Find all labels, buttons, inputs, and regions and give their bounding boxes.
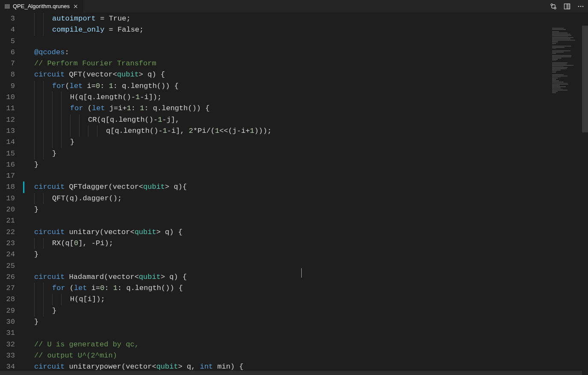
tab-bar: QPE_Algorithm.qrunes [0, 0, 588, 13]
svg-point-10 [578, 6, 579, 7]
line-number: 21 [0, 215, 15, 226]
line-number: 3 [0, 13, 15, 24]
line-number: 7 [0, 58, 15, 69]
code-line: CR(q[q.length()-1-j], [24, 114, 588, 126]
code-line: H(q[i]); [24, 294, 588, 305]
line-number: 16 [0, 159, 15, 170]
compare-changes-icon[interactable] [550, 3, 557, 10]
line-number: 17 [0, 170, 15, 182]
horizontal-scrollbar[interactable] [0, 371, 582, 375]
code-line: for (let j=i+1: 1: q.length()) { [24, 103, 588, 114]
code-line: } [24, 316, 588, 328]
code-line [24, 36, 588, 47]
code-line: } [24, 249, 588, 260]
code-line: } [24, 305, 588, 316]
svg-point-12 [582, 6, 584, 7]
line-number: 14 [0, 137, 15, 148]
vertical-scroll-thumb[interactable] [582, 26, 588, 132]
code-line: @qcodes: [24, 47, 588, 58]
line-number: 32 [0, 339, 15, 350]
line-number: 6 [0, 47, 15, 58]
svg-point-6 [554, 7, 556, 9]
line-number: 24 [0, 249, 15, 260]
line-number: 25 [0, 261, 15, 272]
line-number-gutter: 3456789101112131415161718192021222324252… [0, 13, 24, 375]
code-content[interactable]: autoimport = True;compile_only = False;@… [24, 13, 588, 375]
code-line: } [24, 204, 588, 215]
svg-rect-2 [5, 7, 10, 8]
editor-tab[interactable]: QPE_Algorithm.qrunes [0, 0, 83, 13]
svg-rect-0 [5, 4, 10, 5]
close-icon[interactable] [72, 3, 79, 10]
svg-rect-1 [5, 6, 10, 7]
line-number: 27 [0, 283, 15, 294]
line-number: 18 [0, 182, 15, 193]
code-line: } [24, 148, 588, 159]
code-line: QFT(q).dagger(); [24, 193, 588, 204]
split-editor-icon[interactable] [563, 3, 571, 10]
code-line: RX(q[0], -Pi); [24, 238, 588, 249]
line-number: 8 [0, 69, 15, 80]
line-number: 4 [0, 24, 15, 35]
code-line: circuit unitary(vector<qubit> q) { [24, 227, 588, 238]
code-line: circuit QFT(vector<qubit> q) { [24, 69, 588, 80]
code-line [24, 328, 588, 339]
code-line [24, 261, 588, 272]
code-line [24, 215, 588, 226]
code-line: // U is generated by qc, [24, 339, 588, 350]
line-number: 33 [0, 350, 15, 361]
line-number: 5 [0, 36, 15, 47]
code-line [24, 170, 588, 182]
code-line: q[q.length()-1-i], 2*Pi/(1<<(j-i+1))); [24, 126, 588, 137]
code-line: autoimport = True; [24, 13, 588, 24]
line-number: 10 [0, 92, 15, 103]
code-line: // Perform Fourier Transform [24, 58, 588, 69]
editor-toolbar [550, 0, 585, 13]
tab-filename: QPE_Algorithm.qrunes [13, 3, 70, 9]
code-line: circuit QFTdagger(vector<qubit> q){ [24, 182, 588, 193]
line-number: 26 [0, 272, 15, 283]
line-number: 15 [0, 148, 15, 159]
svg-point-5 [551, 4, 553, 6]
file-icon [4, 3, 10, 9]
line-number: 11 [0, 103, 15, 114]
svg-point-11 [580, 6, 582, 7]
line-number: 9 [0, 81, 15, 92]
line-number: 28 [0, 294, 15, 305]
code-line: } [24, 159, 588, 170]
code-line: } [24, 137, 588, 148]
code-line: H(q[q.length()-1-i]); [24, 92, 588, 103]
code-editor[interactable]: 3456789101112131415161718192021222324252… [0, 13, 588, 375]
vertical-scrollbar[interactable] [582, 26, 588, 375]
code-line: compile_only = False; [24, 24, 588, 35]
code-line: // output U^(2^min) [24, 350, 588, 361]
line-number: 13 [0, 126, 15, 137]
text-cursor [301, 268, 302, 278]
line-number: 29 [0, 305, 15, 316]
code-line: circuit Hadamard(vector<qubit> q) { [24, 272, 588, 283]
code-line: for(let i=0: 1: q.length()) { [24, 81, 588, 92]
line-number: 22 [0, 227, 15, 238]
line-number: 12 [0, 114, 15, 126]
code-line: for (let i=0: 1: q.length()) { [24, 283, 588, 294]
line-number: 19 [0, 193, 15, 204]
line-number: 20 [0, 204, 15, 215]
line-number: 31 [0, 328, 15, 339]
minimap[interactable] [552, 28, 582, 164]
svg-rect-9 [567, 4, 570, 9]
line-number: 23 [0, 238, 15, 249]
more-actions-icon[interactable] [577, 3, 585, 10]
line-number: 30 [0, 316, 15, 328]
